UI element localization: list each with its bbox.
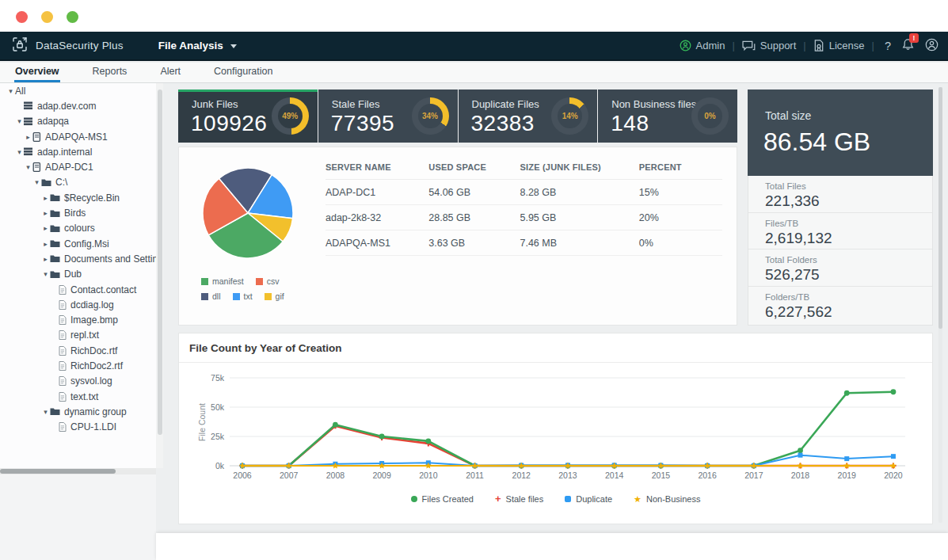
marker-circle-icon [891,389,897,394]
pie-legend-item-gif[interactable]: gif [265,291,284,301]
header-link-license[interactable]: License [813,40,865,51]
tree-item-text-txt[interactable]: text.txt [0,389,156,404]
sidebar-horizontal-scrollbar[interactable] [0,468,156,474]
tree-expanded-arrow-icon[interactable]: ▾ [15,117,24,125]
chart-title: File Count by Year of Creation [179,333,932,363]
header-link-admin[interactable]: Admin [680,40,725,51]
tree-expanded-arrow-icon[interactable]: ▾ [32,178,41,186]
tree-expanded-arrow-icon[interactable]: ▾ [41,408,50,416]
stat-card-junk-files[interactable]: Junk Files10992649% [178,90,318,143]
tree-item-c-[interactable]: ▾C:\ [0,175,156,190]
app-name: DataSecurity Plus [36,40,124,51]
tree-item-all[interactable]: ▾All [0,83,156,98]
folder-icon [50,270,60,279]
app-logo: DataSecurity Plus [11,36,124,56]
tree-item--recycle-bin[interactable]: ▸$Recycle.Bin [0,190,156,205]
tree-item-label: $Recycle.Bin [64,192,120,204]
pie-legend-item-txt[interactable]: txt [233,291,253,301]
tree-item-documents-and-settings[interactable]: ▸Documents and Settings [0,251,156,266]
tree-item-adap-dev-com[interactable]: adap.dev.com [0,98,156,113]
tree-item-label: C:\ [55,177,67,188]
tree-item-contact-contact[interactable]: Contact.contact [0,282,156,297]
summary-row: Files/TB2,619,132 [748,213,932,250]
window-close-button[interactable] [16,11,28,23]
tab-reports[interactable]: Reports [92,63,128,82]
tab-bar: OverviewReportsAlertConfiguration [0,63,948,83]
tree-collapsed-arrow-icon[interactable]: ▸ [41,194,50,202]
summary-rows: Total Files221,336Files/TB2,619,132Total… [748,176,933,326]
line-legend-item-files-created[interactable]: Files Created [411,494,474,504]
marker-circle-icon [425,439,431,444]
file-icon [59,315,67,325]
line-legend-item-duplicate[interactable]: Duplicate [565,494,612,504]
tree-item-cpu-1-ldi[interactable]: CPU-1.LDI [0,420,156,435]
tree-expanded-arrow-icon[interactable]: ▾ [24,163,32,171]
tree-expanded-arrow-icon[interactable]: ▾ [15,148,24,156]
tab-overview[interactable]: Overview [14,63,60,82]
legend-label: Stale files [506,494,544,504]
help-button[interactable]: ? [885,40,891,52]
tree-item-sysvol-log[interactable]: sysvol.log [0,374,156,389]
user-avatar-icon[interactable] [925,38,938,54]
tree-item-dcdiag-log[interactable]: dcdiag.log [0,297,156,312]
tree-collapsed-arrow-icon[interactable]: ▸ [41,224,50,232]
tree-collapsed-arrow-icon[interactable]: ▸ [41,240,50,248]
scrollbar-thumb[interactable] [0,469,116,474]
stat-card-label: Stale Files [332,98,380,110]
table-row[interactable]: adap-2k8-3228.85 GB5.95 GB20% [326,205,722,230]
sidebar-filler [0,474,156,560]
tree-item-richdoc-rtf[interactable]: RichDoc.rtf [0,343,156,358]
tree-expanded-arrow-icon[interactable]: ▾ [6,87,15,95]
pie-legend-item-csv[interactable]: csv [256,276,280,286]
stat-card-duplicate-files[interactable]: Duplicate Files3238314% [459,90,598,143]
tab-alert[interactable]: Alert [159,63,181,82]
x-tick-label: 2013 [558,470,577,480]
tree-item-adapqa[interactable]: ▾adapqa [0,114,156,129]
tree-collapsed-arrow-icon[interactable]: ▸ [41,209,50,217]
legend-label: gif [276,291,284,301]
notification-badge: ! [909,33,919,43]
module-selector[interactable]: File Analysis [158,40,237,51]
stat-card-stale-files[interactable]: Stale Files7739534% [318,90,458,143]
module-name: File Analysis [158,40,223,51]
stat-card-non-business-files[interactable]: Non Business files1480% [598,90,737,143]
tree-item-birds[interactable]: ▸Birds [0,205,156,220]
tree-item-label: Dub [64,269,82,280]
scrollbar-thumb[interactable] [158,90,162,435]
tree-item-image-bmp[interactable]: Image.bmp [0,312,156,327]
summary-row-label: Total Files [765,181,932,191]
content-vertical-scrollbar[interactable] [938,87,942,523]
tree-expanded-arrow-icon[interactable]: ▾ [41,270,50,278]
header-link-support[interactable]: Support [742,40,797,51]
tree-item-label: colours [64,223,95,234]
tree-item-repl-txt[interactable]: repl.txt [0,328,156,343]
header-right-nav: Admin|Support|License|?! [680,38,938,54]
tree-collapsed-arrow-icon[interactable]: ▸ [24,133,32,141]
series-line-stale-files [242,426,893,466]
window-zoom-button[interactable] [67,11,78,23]
line-legend-item-non-business[interactable]: ★Non-Business [634,494,700,504]
tree-item-dynamic-group[interactable]: ▾dynamic group [0,404,156,419]
pie-legend-item-dll[interactable]: dll [201,291,221,301]
sidebar-vertical-scrollbar[interactable] [156,83,163,468]
notifications-bell-icon[interactable]: ! [902,38,914,53]
tree-item-adapqa-ms1[interactable]: ▸ADAPQA-MS1 [0,129,156,144]
line-legend-item-stale-files[interactable]: +Stale files [495,494,543,504]
tab-configuration[interactable]: Configuration [213,63,273,82]
tree-item-colours[interactable]: ▸colours [0,221,156,236]
table-cell: ADAPQA-MS1 [326,230,428,256]
tree-item-config-msi[interactable]: ▸Config.Msi [0,236,156,251]
folder-icon [41,178,51,187]
tree-collapsed-arrow-icon[interactable]: ▸ [41,255,50,263]
pie-legend-item-manifest[interactable]: manifest [201,276,244,286]
table-row[interactable]: ADAP-DC154.06 GB8.28 GB15% [326,180,722,205]
tree-item-richdoc2-rtf[interactable]: RichDoc2.rtf [0,358,156,373]
table-cell: ADAP-DC1 [326,180,428,205]
table-row[interactable]: ADAPQA-MS13.63 GB7.46 MB0% [326,230,722,256]
tree-item-dub[interactable]: ▾Dub [0,267,156,282]
tree-item-adap-internal[interactable]: ▾adap.internal [0,144,156,159]
tree-item-adap-dc1[interactable]: ▾ADAP-DC1 [0,159,156,174]
window-minimize-button[interactable] [41,11,53,23]
scrollbar-thumb[interactable] [938,87,942,329]
folder-icon [50,209,60,218]
